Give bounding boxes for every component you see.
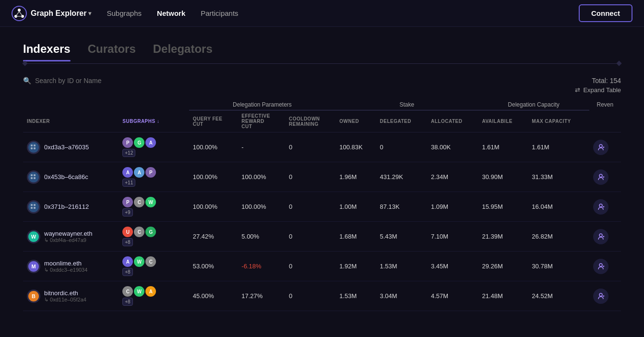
- allocated: 38.00K: [427, 132, 478, 162]
- indexer-name[interactable]: 0x371b–216112: [44, 203, 89, 210]
- table-col-header-row: INDEXER SUBGRAPHS ↓ QUERY FEECUT EFFECTI…: [23, 110, 621, 132]
- delegate-button[interactable]: [593, 289, 608, 304]
- table-group-header-row: Delegation Parameters Stake Delegation C…: [23, 99, 621, 110]
- svg-line-30: [603, 206, 604, 207]
- delegated: 1.53M: [376, 252, 427, 281]
- indexer-name[interactable]: moonlime.eth: [44, 260, 87, 267]
- svg-line-22: [603, 176, 604, 177]
- cooldown: 0: [285, 252, 335, 281]
- action-cell: [589, 281, 621, 311]
- delegate-button[interactable]: [593, 140, 608, 155]
- expand-table-button[interactable]: ⇄ Expand Table: [575, 86, 621, 94]
- query-fee-cut: 100.00%: [189, 192, 238, 222]
- cooldown: 0: [285, 281, 335, 311]
- cooldown: 0: [285, 222, 335, 252]
- delegated: 3.04M: [376, 281, 427, 311]
- allocated: 2.34M: [427, 162, 478, 192]
- col-max-capacity: MAX CAPACITY: [528, 110, 589, 132]
- indexer-sub-id: ↳ 0xd11e–05f2a4: [44, 297, 86, 303]
- nav-links: Subgraphs Network Participants: [107, 9, 579, 17]
- delegate-button[interactable]: [593, 199, 608, 215]
- indexer-cell: 0xd3a3–a76035: [23, 132, 119, 162]
- tab-delegators[interactable]: Delegators: [153, 42, 222, 61]
- tab-curators[interactable]: Curators: [88, 42, 145, 61]
- subgraph-icon: C: [134, 227, 144, 237]
- subgraph-icon: A: [145, 137, 156, 148]
- owned: 1.00M: [335, 192, 376, 222]
- indexer-name[interactable]: waynewayner.eth: [44, 230, 92, 237]
- indexer-name[interactable]: 0xd3a3–a76035: [44, 144, 89, 151]
- subgraph-icon: P: [122, 197, 133, 207]
- svg-rect-10: [31, 147, 33, 149]
- navbar: Graph Explorer ▾ Subgraphs Network Parti…: [0, 0, 644, 27]
- action-cell: [589, 132, 621, 162]
- indexer-info: bitnordic.eth ↳ 0xd11e–05f2a4: [44, 289, 86, 303]
- svg-point-12: [599, 144, 602, 147]
- allocated: 4.57M: [427, 281, 478, 311]
- subgraph-icon: G: [134, 137, 144, 148]
- table-row: B bitnordic.eth ↳ 0xd11e–05f2a4 CWA+845.…: [23, 281, 621, 311]
- search-total-row: 🔍 Total: 154: [23, 65, 621, 86]
- max-capacity: 26.82M: [528, 222, 589, 252]
- indexer-info: 0xd3a3–a76035: [44, 144, 89, 151]
- expand-label: Expand Table: [583, 86, 621, 94]
- query-fee-cut: 100.00%: [189, 132, 238, 162]
- connect-button[interactable]: Connect: [579, 4, 632, 22]
- col-action-blank: [589, 110, 621, 132]
- indexer-info: 0x453b–6ca86c: [44, 173, 88, 181]
- group-header-delegation-params: Delegation Parameters: [189, 99, 336, 110]
- indexers-table: Delegation Parameters Stake Delegation C…: [23, 99, 621, 311]
- owned: 1.68M: [335, 222, 376, 252]
- svg-rect-27: [34, 207, 36, 209]
- action-cell: [589, 192, 621, 222]
- delegate-button[interactable]: [593, 259, 608, 274]
- indexer-cell: 0x371b–216112: [23, 192, 119, 222]
- nav-logo-chevron: ▾: [88, 10, 91, 17]
- indexer-sub-id: ↳ 0xbf4a–ed47a9: [44, 237, 92, 243]
- indexer-avatar: [27, 141, 40, 154]
- nav-logo[interactable]: Graph Explorer ▾: [12, 6, 91, 21]
- col-query-fee: QUERY FEECUT: [189, 110, 238, 132]
- available: 1.61M: [478, 132, 528, 162]
- search-input[interactable]: [35, 77, 131, 84]
- owned: 1.92M: [335, 252, 376, 281]
- col-subgraphs[interactable]: SUBGRAPHS ↓: [119, 110, 179, 132]
- tab-indexers[interactable]: Indexers: [23, 42, 80, 61]
- svg-rect-19: [34, 177, 36, 179]
- subgraph-icon: U: [122, 227, 133, 237]
- subgraph-count: +9: [122, 208, 132, 217]
- svg-rect-23: [28, 202, 39, 212]
- nav-logo-text: Graph Explorer ▾: [31, 9, 91, 18]
- tabs-section: Indexers Curators Delegators: [0, 27, 644, 65]
- max-capacity: 31.33M: [528, 162, 589, 192]
- delegate-button[interactable]: [593, 169, 608, 185]
- svg-rect-17: [34, 174, 36, 176]
- query-fee-cut: 27.42%: [189, 222, 238, 252]
- col-blank: [179, 110, 189, 132]
- subgraph-icon: A: [122, 256, 133, 267]
- query-fee-cut: 45.00%: [189, 281, 238, 311]
- effective-reward-cut: 5.00%: [238, 222, 285, 252]
- col-effective-reward: EFFECTIVEREWARDCUT: [238, 110, 285, 132]
- indexer-name[interactable]: 0x453b–6ca86c: [44, 173, 88, 181]
- group-blank-2: [179, 99, 189, 110]
- allocated: 1.09M: [427, 192, 478, 222]
- nav-link-network[interactable]: Network: [157, 9, 185, 17]
- delegated: 0: [376, 132, 427, 162]
- blank-cell: [179, 192, 189, 222]
- indexer-name[interactable]: bitnordic.eth: [44, 289, 86, 297]
- delegate-button[interactable]: [593, 229, 608, 244]
- svg-point-1: [18, 9, 21, 12]
- svg-point-0: [12, 6, 26, 21]
- allocated: 7.10M: [427, 222, 478, 252]
- nav-link-subgraphs[interactable]: Subgraphs: [107, 9, 142, 17]
- available: 30.90M: [478, 162, 528, 192]
- available: 21.39M: [478, 222, 528, 252]
- svg-text:B: B: [32, 293, 36, 299]
- svg-point-33: [599, 234, 602, 237]
- indexer-avatar: [27, 170, 40, 184]
- group-header-stake: Stake: [335, 99, 478, 110]
- col-cooldown: COOLDOWNREMAINING: [285, 110, 335, 132]
- nav-link-participants[interactable]: Participants: [201, 9, 238, 17]
- subgraph-count: +11: [122, 179, 135, 187]
